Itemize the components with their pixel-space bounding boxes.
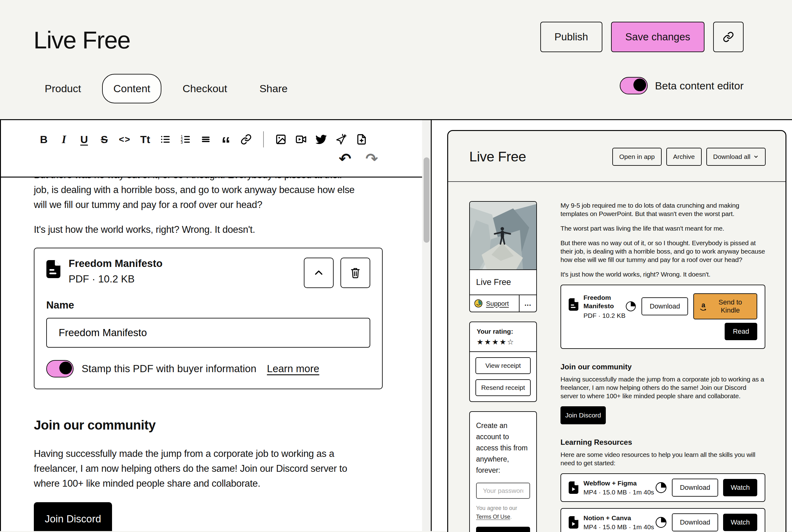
star-icon[interactable]: ★ xyxy=(484,338,492,346)
editor-text-line: But there was no way out of it, or so I … xyxy=(34,177,422,183)
download-button[interactable]: Download xyxy=(672,479,718,497)
download-button[interactable]: Download xyxy=(672,513,718,531)
insert-file-button[interactable] xyxy=(356,134,367,145)
beta-toggle-label: Beta content editor xyxy=(655,80,743,92)
editor-scrollbar[interactable] xyxy=(422,120,431,531)
product-card-footer: Support ... xyxy=(470,294,536,311)
quote-button[interactable]: “ xyxy=(220,141,232,146)
horizontal-rule-icon xyxy=(200,134,211,145)
editor-text-line: will we fill our tummy and pay for a roo… xyxy=(34,197,422,212)
code-button[interactable]: <> xyxy=(119,134,131,145)
insert-image-button[interactable] xyxy=(275,134,287,145)
terms-note: You agree to our Terms Of Use. xyxy=(476,504,530,521)
undo-button[interactable]: ↶ xyxy=(339,151,351,166)
text-size-button[interactable]: Tt xyxy=(140,134,151,145)
magic-embed-button[interactable] xyxy=(336,134,347,145)
amazon-a: a xyxy=(701,302,705,308)
header: Live Free Publish Save changes Product C… xyxy=(0,0,792,119)
watch-button[interactable]: Watch xyxy=(723,514,757,531)
file-name-label: Name xyxy=(46,299,370,311)
tab-checkout[interactable]: Checkout xyxy=(171,74,238,103)
publish-button[interactable]: Publish xyxy=(540,22,602,52)
product-preview-card: Live Free Open in app Archive Download a… xyxy=(447,130,787,532)
star-icon[interactable]: ★ xyxy=(477,338,484,346)
creator-avatar xyxy=(474,299,483,308)
video-actions: Download Watch xyxy=(655,513,757,531)
preview-area: Live Free Open in app Archive Download a… xyxy=(432,120,792,531)
file-name-input[interactable] xyxy=(46,318,370,348)
file-meta: PDF · 10.2 KB xyxy=(583,312,625,319)
file-plus-icon xyxy=(356,134,367,145)
star-icon[interactable]: ☆ xyxy=(507,338,515,346)
redo-button[interactable]: ↷ xyxy=(366,151,378,166)
rating-section: Your rating: ★★★★☆ xyxy=(470,322,536,352)
terms-note-text: You agree to our xyxy=(476,505,517,511)
download-file-card: Freedom Manifesto PDF · 10.2 KB Download xyxy=(560,285,765,349)
insert-tweet-button[interactable] xyxy=(316,134,327,145)
star-icon[interactable]: ★ xyxy=(500,338,507,346)
create-account-button[interactable]: Create xyxy=(476,527,530,532)
password-input[interactable] xyxy=(476,483,530,499)
horizontal-rule-button[interactable] xyxy=(200,134,211,145)
trash-icon xyxy=(350,267,361,279)
chevron-down-icon xyxy=(753,154,759,159)
learning-resources-heading: Learning Resources xyxy=(560,438,765,446)
join-discord-button[interactable]: Join Discord xyxy=(34,502,112,531)
tab-share[interactable]: Share xyxy=(248,74,299,103)
insert-video-button[interactable] xyxy=(295,134,307,145)
archive-button[interactable]: Archive xyxy=(666,148,702,166)
star-icon[interactable]: ★ xyxy=(492,338,500,346)
video-icon xyxy=(295,134,307,145)
create-account-heading: Create an account to access this from an… xyxy=(476,420,530,476)
watch-button[interactable]: Watch xyxy=(723,479,757,496)
read-button[interactable]: Read xyxy=(725,323,757,340)
numbered-list-icon: 1 2 3 xyxy=(180,134,191,145)
progress-pie-icon xyxy=(625,301,636,312)
editor-text-line: It's just how the world works, right? Wr… xyxy=(34,222,422,237)
numbered-list-button[interactable]: 1 2 3 xyxy=(180,134,191,145)
strikethrough-button[interactable]: S xyxy=(99,134,110,145)
beta-content-editor-toggle[interactable] xyxy=(620,77,648,94)
file-info: Freedom Manifesto PDF · 10.2 KB xyxy=(568,293,625,340)
bold-button[interactable]: B xyxy=(38,134,49,145)
join-discord-button[interactable]: Join Discord xyxy=(560,406,606,424)
download-all-button[interactable]: Download all xyxy=(706,148,766,166)
view-receipt-button[interactable]: View receipt xyxy=(476,357,531,374)
save-changes-button[interactable]: Save changes xyxy=(611,22,704,52)
delete-file-button[interactable] xyxy=(341,258,370,288)
product-card: Live Free Support ... xyxy=(469,201,537,312)
video-titles: Notion + Canva MP4 · 15.0 MB · 1m 40s xyxy=(583,514,654,531)
scrollbar-thumb[interactable] xyxy=(424,157,429,243)
preview-paragraph: It's just how the world works, right? Wr… xyxy=(560,270,765,279)
resend-receipt-button[interactable]: Resend receipt xyxy=(476,379,531,396)
insert-link-button[interactable] xyxy=(240,134,252,145)
download-button[interactable]: Download xyxy=(641,297,688,315)
terms-of-use-link[interactable]: Terms Of Use xyxy=(476,514,510,520)
file-actions-row: Download a Send to xyxy=(625,293,757,319)
file-titles: Freedom Manifesto PDF · 10.2 KB xyxy=(583,293,625,340)
italic-button[interactable]: I xyxy=(58,134,70,145)
more-options-button[interactable]: ... xyxy=(519,295,536,311)
learn-more-link[interactable]: Learn more xyxy=(267,363,320,375)
document-icon xyxy=(46,260,60,278)
underline-button[interactable]: U xyxy=(78,134,90,145)
community-heading: Join our community xyxy=(560,363,765,371)
move-up-button[interactable] xyxy=(304,258,334,288)
header-actions: Publish Save changes xyxy=(540,22,743,52)
file-embed-card: Freedom Manifesto PDF · 10.2 KB xyxy=(34,248,383,389)
editor-content[interactable]: But there was no way out of it, or so I … xyxy=(1,177,422,531)
send-to-kindle-button[interactable]: a Send to Kindle xyxy=(693,293,757,319)
preview-paragraph: But there was no way out of it, or so I … xyxy=(560,239,765,264)
tab-product[interactable]: Product xyxy=(34,74,92,103)
send-to-kindle-label: Send to Kindle xyxy=(710,298,750,315)
video-title: Webflow + Figma xyxy=(583,479,654,487)
star-rating: ★★★★☆ xyxy=(477,338,529,346)
tab-content[interactable]: Content xyxy=(102,74,161,103)
product-cover-image xyxy=(470,202,536,270)
support-link[interactable]: Support xyxy=(486,300,509,307)
receipt-section: View receipt Resend receipt xyxy=(470,352,536,401)
open-in-app-button[interactable]: Open in app xyxy=(612,148,661,166)
copy-link-button[interactable] xyxy=(713,22,743,52)
bullet-list-button[interactable] xyxy=(160,134,171,145)
stamp-pdf-toggle[interactable] xyxy=(46,360,74,377)
